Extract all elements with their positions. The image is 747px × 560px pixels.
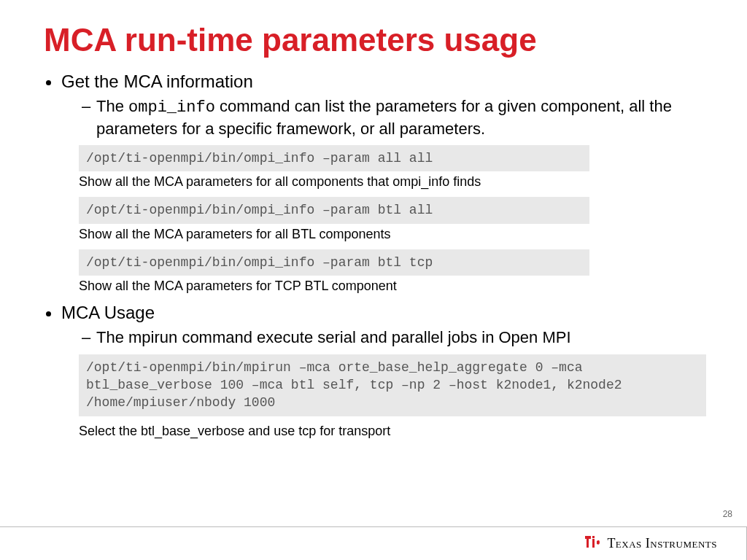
caption-param-btl-tcp: Show all the MCA parameters for TCP BTL … — [79, 279, 703, 294]
inline-code-ompi-info: ompi_info — [128, 98, 215, 117]
sub-bullet-mpirun: The mpirun command execute serial and pa… — [82, 327, 703, 349]
bullet-text: Get the MCA information — [61, 71, 253, 91]
sub-list: The ompi_info command can list the param… — [61, 96, 703, 139]
caption-param-all: Show all the MCA parameters for all comp… — [79, 174, 703, 190]
sub-list-2: The mpirun command execute serial and pa… — [61, 327, 703, 349]
footer: Texas Instruments — [0, 526, 747, 560]
code-block-param-all: /opt/ti-openmpi/bin/ompi_info –param all… — [79, 145, 589, 171]
code-block-param-btl-tcp: /opt/ti-openmpi/bin/ompi_info –param btl… — [79, 249, 589, 276]
bullet-text: MCA Usage — [61, 303, 155, 322]
caption-mpirun: Select the btl_base_verbose and use tcp … — [79, 424, 703, 439]
page-number: 28 — [723, 509, 732, 519]
code-block-param-btl-all: /opt/ti-openmpi/bin/ompi_info –param btl… — [79, 197, 589, 223]
sub-bullet-ompi-info: The ompi_info command can list the param… — [82, 96, 703, 139]
slide: MCA run-time parameters usage Get the MC… — [0, 0, 747, 560]
caption-param-btl-all: Show all the MCA parameters for all BTL … — [79, 227, 703, 242]
ti-mark-icon — [584, 534, 603, 553]
code-block-mpirun: /opt/ti-openmpi/bin/mpirun –mca orte_bas… — [79, 354, 706, 416]
ti-logo: Texas Instruments — [584, 534, 717, 553]
bullet-get-info: Get the MCA information The ompi_info co… — [61, 71, 703, 139]
bullet-mca-usage: MCA Usage The mpirun command execute ser… — [61, 303, 703, 349]
bullet-list: Get the MCA information The ompi_info co… — [44, 71, 703, 139]
ti-brand-text: Texas Instruments — [607, 536, 717, 551]
text-pre: The — [96, 97, 128, 115]
slide-title: MCA run-time parameters usage — [44, 22, 703, 58]
bullet-list-2: MCA Usage The mpirun command execute ser… — [44, 303, 703, 349]
